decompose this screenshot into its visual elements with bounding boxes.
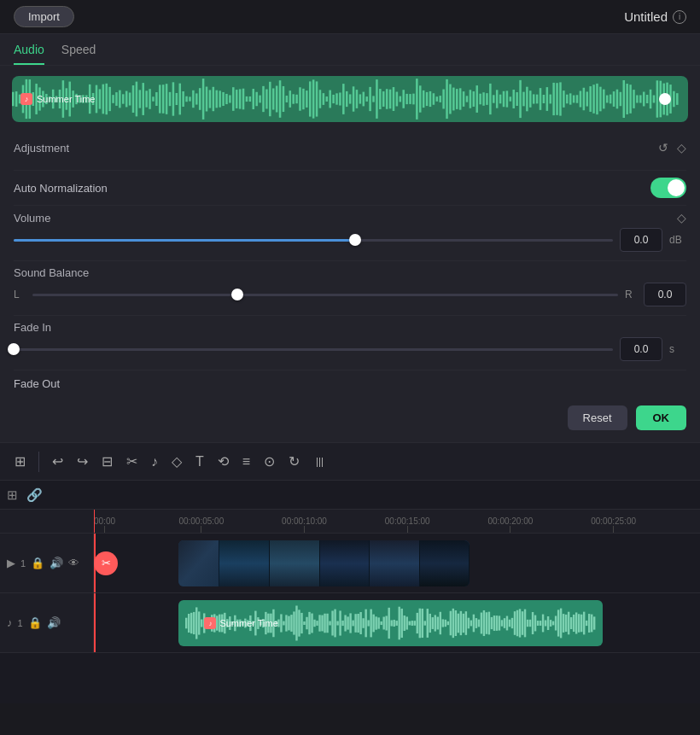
ok-button[interactable]: OK (636, 405, 687, 430)
add-track-icon[interactable]: ⊞ (7, 487, 18, 503)
svg-rect-189 (643, 92, 645, 107)
svg-rect-245 (301, 613, 303, 633)
svg-rect-336 (534, 615, 536, 632)
svg-rect-113 (389, 90, 392, 108)
svg-rect-331 (522, 611, 523, 635)
svg-rect-341 (547, 616, 549, 630)
reset-button[interactable]: Reset (568, 405, 627, 430)
svg-rect-41 (149, 89, 151, 109)
diamond-icon[interactable]: ◇ (677, 141, 686, 155)
audio-volume-icon[interactable]: 🔊 (47, 616, 61, 629)
svg-rect-348 (565, 615, 567, 632)
svg-rect-315 (481, 613, 482, 634)
svg-rect-135 (463, 91, 465, 107)
delete-icon[interactable]: ⊟ (99, 452, 115, 471)
svg-rect-297 (435, 615, 436, 631)
volume-slider[interactable] (14, 232, 613, 248)
svg-rect-126 (433, 93, 435, 105)
svg-rect-249 (312, 614, 313, 633)
svg-rect-175 (596, 84, 598, 114)
target-icon[interactable]: ⊙ (261, 452, 277, 471)
svg-rect-182 (620, 92, 622, 106)
lock-icon[interactable]: 🔒 (31, 557, 44, 569)
svg-rect-155 (529, 90, 532, 108)
auto-norm-toggle[interactable] (650, 178, 686, 198)
svg-rect-193 (656, 80, 659, 117)
svg-rect-289 (414, 621, 416, 626)
video-frames (219, 540, 470, 586)
volume-value[interactable]: 0.0 (620, 228, 662, 252)
svg-rect-119 (409, 94, 411, 104)
svg-rect-237 (281, 614, 283, 632)
undo-icon[interactable]: ↩ (50, 452, 66, 471)
svg-rect-92 (319, 90, 322, 108)
fade-out-row: Fade Out (0, 370, 700, 397)
svg-rect-273 (373, 615, 375, 633)
video-clip[interactable] (178, 540, 470, 586)
fade-in-unit: s (669, 343, 686, 355)
svg-rect-39 (142, 83, 144, 115)
svg-rect-116 (400, 96, 402, 102)
svg-rect-83 (289, 90, 292, 108)
diamond-tool-icon[interactable]: ◇ (169, 452, 184, 471)
audio-lock-icon[interactable]: 🔒 (28, 616, 42, 629)
svg-rect-243 (296, 606, 298, 641)
svg-rect-27 (102, 85, 105, 114)
reset-icon[interactable]: ↺ (658, 141, 668, 155)
svg-rect-71 (249, 96, 252, 102)
svg-rect-329 (516, 610, 518, 637)
tab-audio[interactable]: Audio (14, 43, 44, 65)
waveform-svg (12, 76, 688, 122)
waveform-icon[interactable]: ⫼ (311, 452, 330, 471)
svg-rect-337 (537, 621, 539, 626)
svg-rect-264 (350, 613, 352, 633)
tab-speed[interactable]: Speed (61, 43, 96, 65)
cut-icon[interactable]: ✂ (124, 452, 140, 471)
svg-rect-109 (376, 79, 378, 119)
svg-rect-161 (549, 95, 551, 104)
sound-balance-label: Sound Balance (14, 266, 89, 279)
import-button[interactable]: Import (14, 6, 74, 27)
audio-clip[interactable]: ♪ Summer Time (178, 600, 603, 646)
redo-icon[interactable]: ↪ (74, 452, 90, 471)
audio-track-icon[interactable]: 🔊 (50, 557, 63, 569)
fade-in-value[interactable]: 0.0 (620, 337, 662, 361)
svg-rect-275 (378, 617, 380, 628)
svg-rect-26 (99, 89, 102, 108)
svg-rect-239 (286, 615, 288, 631)
tabs: Audio Speed (0, 34, 700, 66)
svg-rect-335 (532, 612, 534, 634)
svg-rect-352 (575, 612, 577, 633)
eye-icon[interactable]: 👁 (68, 557, 79, 569)
svg-rect-145 (496, 90, 499, 108)
balance-slider[interactable] (32, 287, 618, 303)
balance-value[interactable]: 0.0 (644, 283, 686, 306)
svg-rect-132 (452, 88, 455, 111)
svg-rect-303 (450, 611, 452, 636)
text-icon[interactable]: T (193, 452, 207, 471)
loop-icon[interactable]: ↻ (286, 452, 302, 471)
svg-rect-69 (242, 89, 245, 110)
adjust-icon[interactable]: ≡ (240, 452, 253, 471)
audio-icon[interactable]: ♪ (149, 452, 160, 471)
rotate-icon[interactable]: ⟲ (215, 452, 231, 471)
svg-rect-202 (190, 613, 192, 633)
svg-rect-25 (96, 85, 98, 114)
svg-rect-149 (510, 96, 512, 101)
svg-rect-201 (188, 614, 190, 633)
svg-rect-95 (329, 90, 331, 108)
svg-rect-144 (493, 95, 495, 102)
svg-rect-43 (155, 92, 158, 106)
video-thumbnail (178, 540, 219, 586)
svg-rect-139 (475, 85, 478, 113)
link-icon[interactable]: 🔗 (26, 487, 43, 503)
waveform-volume-knob[interactable] (659, 93, 671, 105)
svg-rect-31 (115, 92, 118, 106)
svg-rect-308 (463, 614, 464, 633)
volume-diamond-icon[interactable]: ◇ (677, 211, 686, 225)
grid-icon[interactable]: ⊞ (12, 452, 28, 471)
svg-rect-47 (169, 92, 172, 106)
fade-in-slider[interactable] (14, 341, 613, 358)
svg-rect-42 (152, 96, 155, 101)
info-icon[interactable]: i (673, 10, 686, 24)
